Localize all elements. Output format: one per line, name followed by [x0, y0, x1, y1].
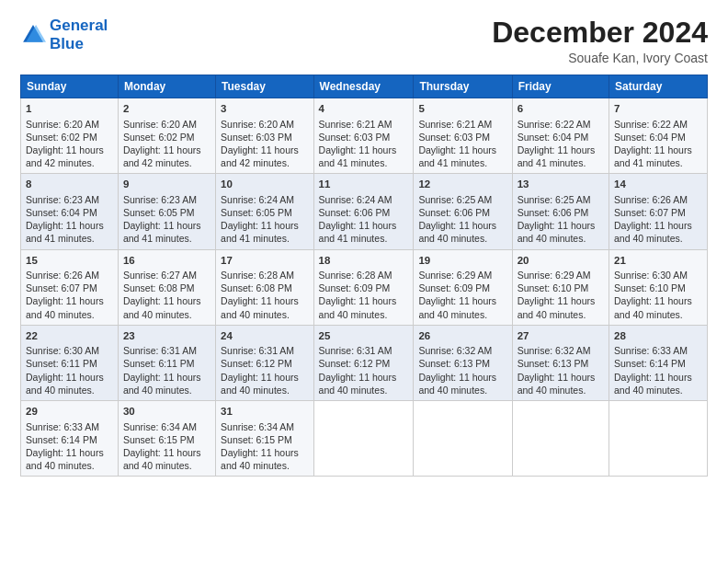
header-cell-sunday: Sunday [21, 75, 119, 98]
sunset-text: Sunset: 6:02 PM [26, 132, 97, 143]
daylight-text: Daylight: 11 hours and 40 minutes. [26, 447, 104, 471]
day-number: 16 [123, 254, 210, 269]
calendar-cell: 23Sunrise: 6:31 AMSunset: 6:11 PMDayligh… [118, 325, 215, 400]
sunset-text: Sunset: 6:08 PM [123, 282, 195, 293]
day-number: 1 [26, 102, 113, 117]
sunrise-text: Sunrise: 6:31 AM [319, 345, 392, 356]
header: General Blue December 2024 Souafe Kan, I… [20, 17, 708, 65]
calendar-cell: 22Sunrise: 6:30 AMSunset: 6:11 PMDayligh… [21, 325, 119, 400]
day-number: 28 [614, 329, 702, 344]
day-number: 18 [319, 254, 409, 269]
calendar-cell: 15Sunrise: 6:26 AMSunset: 6:07 PMDayligh… [21, 249, 119, 325]
daylight-text: Daylight: 11 hours and 40 minutes. [418, 372, 496, 396]
header-cell-thursday: Thursday [414, 75, 512, 98]
day-number: 7 [614, 102, 702, 117]
sunrise-text: Sunrise: 6:28 AM [221, 270, 294, 281]
sunrise-text: Sunrise: 6:29 AM [418, 270, 492, 281]
sunrise-text: Sunrise: 6:20 AM [221, 119, 294, 130]
day-number: 9 [123, 178, 210, 192]
sunrise-text: Sunrise: 6:30 AM [614, 270, 688, 281]
calendar-cell: 5Sunrise: 6:21 AMSunset: 6:03 PMDaylight… [414, 98, 512, 174]
calendar-table: SundayMondayTuesdayWednesdayThursdayFrid… [20, 75, 708, 477]
daylight-text: Daylight: 11 hours and 40 minutes. [221, 447, 299, 471]
calendar-cell: 25Sunrise: 6:31 AMSunset: 6:12 PMDayligh… [313, 325, 414, 400]
sunset-text: Sunset: 6:03 PM [319, 132, 391, 143]
sunset-text: Sunset: 6:09 PM [319, 282, 391, 293]
header-cell-saturday: Saturday [609, 75, 708, 98]
daylight-text: Daylight: 11 hours and 41 minutes. [26, 220, 104, 244]
sunrise-text: Sunrise: 6:23 AM [26, 194, 99, 205]
day-number: 21 [614, 254, 702, 269]
calendar-cell: 2Sunrise: 6:20 AMSunset: 6:02 PMDaylight… [118, 98, 215, 174]
calendar-week-row: 29Sunrise: 6:33 AMSunset: 6:14 PMDayligh… [21, 401, 708, 477]
day-number: 24 [221, 329, 308, 344]
calendar-week-row: 1Sunrise: 6:20 AMSunset: 6:02 PMDaylight… [21, 98, 708, 174]
calendar-cell: 12Sunrise: 6:25 AMSunset: 6:06 PMDayligh… [414, 174, 512, 249]
calendar-cell: 29Sunrise: 6:33 AMSunset: 6:14 PMDayligh… [21, 401, 119, 477]
calendar-cell: 14Sunrise: 6:26 AMSunset: 6:07 PMDayligh… [609, 174, 708, 249]
day-number: 6 [518, 102, 604, 117]
daylight-text: Daylight: 11 hours and 41 minutes. [518, 144, 596, 168]
sunset-text: Sunset: 6:15 PM [123, 434, 195, 445]
calendar-cell: 31Sunrise: 6:34 AMSunset: 6:15 PMDayligh… [216, 401, 313, 477]
sunrise-text: Sunrise: 6:21 AM [319, 119, 392, 130]
daylight-text: Daylight: 11 hours and 41 minutes. [319, 144, 397, 168]
calendar-cell: 18Sunrise: 6:28 AMSunset: 6:09 PMDayligh… [313, 249, 414, 325]
calendar-cell [313, 401, 414, 477]
day-number: 10 [221, 178, 308, 192]
sunrise-text: Sunrise: 6:25 AM [518, 194, 591, 205]
daylight-text: Daylight: 11 hours and 40 minutes. [518, 220, 596, 244]
sunset-text: Sunset: 6:04 PM [26, 207, 97, 218]
calendar-cell: 21Sunrise: 6:30 AMSunset: 6:10 PMDayligh… [609, 249, 708, 325]
daylight-text: Daylight: 11 hours and 40 minutes. [614, 220, 692, 244]
header-cell-wednesday: Wednesday [313, 75, 414, 98]
title-block: December 2024 Souafe Kan, Ivory Coast [492, 17, 708, 65]
sunset-text: Sunset: 6:13 PM [518, 358, 589, 369]
calendar-cell: 3Sunrise: 6:20 AMSunset: 6:03 PMDaylight… [216, 98, 313, 174]
calendar-cell: 26Sunrise: 6:32 AMSunset: 6:13 PMDayligh… [414, 325, 512, 400]
calendar-cell: 13Sunrise: 6:25 AMSunset: 6:06 PMDayligh… [512, 174, 609, 249]
calendar-cell: 19Sunrise: 6:29 AMSunset: 6:09 PMDayligh… [414, 249, 512, 325]
sunrise-text: Sunrise: 6:25 AM [418, 194, 492, 205]
header-cell-monday: Monday [118, 75, 215, 98]
sunrise-text: Sunrise: 6:33 AM [26, 421, 99, 432]
logo-line1: General [50, 17, 108, 34]
day-number: 20 [518, 254, 604, 269]
sunrise-text: Sunrise: 6:32 AM [418, 345, 492, 356]
daylight-text: Daylight: 11 hours and 40 minutes. [221, 372, 299, 396]
daylight-text: Daylight: 11 hours and 40 minutes. [614, 372, 692, 396]
calendar-header-row: SundayMondayTuesdayWednesdayThursdayFrid… [21, 75, 708, 98]
sunrise-text: Sunrise: 6:30 AM [26, 345, 99, 356]
day-number: 4 [319, 102, 409, 117]
daylight-text: Daylight: 11 hours and 40 minutes. [518, 295, 596, 319]
day-number: 19 [418, 254, 506, 269]
calendar-cell: 16Sunrise: 6:27 AMSunset: 6:08 PMDayligh… [118, 249, 215, 325]
day-number: 11 [319, 178, 409, 192]
daylight-text: Daylight: 11 hours and 40 minutes. [123, 295, 201, 319]
sunset-text: Sunset: 6:04 PM [518, 132, 589, 143]
daylight-text: Daylight: 11 hours and 40 minutes. [123, 372, 201, 396]
day-number: 22 [26, 329, 113, 344]
sunrise-text: Sunrise: 6:27 AM [123, 270, 197, 281]
daylight-text: Daylight: 11 hours and 42 minutes. [26, 144, 104, 168]
daylight-text: Daylight: 11 hours and 40 minutes. [221, 295, 299, 319]
calendar-cell: 10Sunrise: 6:24 AMSunset: 6:05 PMDayligh… [216, 174, 313, 249]
sunrise-text: Sunrise: 6:31 AM [221, 345, 294, 356]
calendar-cell: 17Sunrise: 6:28 AMSunset: 6:08 PMDayligh… [216, 249, 313, 325]
calendar-title: December 2024 [492, 17, 708, 49]
page-container: General Blue December 2024 Souafe Kan, I… [0, 0, 728, 486]
sunrise-text: Sunrise: 6:33 AM [614, 345, 688, 356]
logo-text: General Blue [50, 17, 108, 54]
sunrise-text: Sunrise: 6:29 AM [518, 270, 591, 281]
calendar-cell [609, 401, 708, 477]
header-cell-friday: Friday [512, 75, 609, 98]
calendar-cell: 11Sunrise: 6:24 AMSunset: 6:06 PMDayligh… [313, 174, 414, 249]
calendar-cell: 27Sunrise: 6:32 AMSunset: 6:13 PMDayligh… [512, 325, 609, 400]
daylight-text: Daylight: 11 hours and 40 minutes. [418, 220, 496, 244]
calendar-cell: 7Sunrise: 6:22 AMSunset: 6:04 PMDaylight… [609, 98, 708, 174]
day-number: 29 [26, 405, 113, 419]
day-number: 17 [221, 254, 308, 269]
sunrise-text: Sunrise: 6:26 AM [614, 194, 688, 205]
sunset-text: Sunset: 6:08 PM [221, 282, 292, 293]
sunrise-text: Sunrise: 6:24 AM [319, 194, 392, 205]
